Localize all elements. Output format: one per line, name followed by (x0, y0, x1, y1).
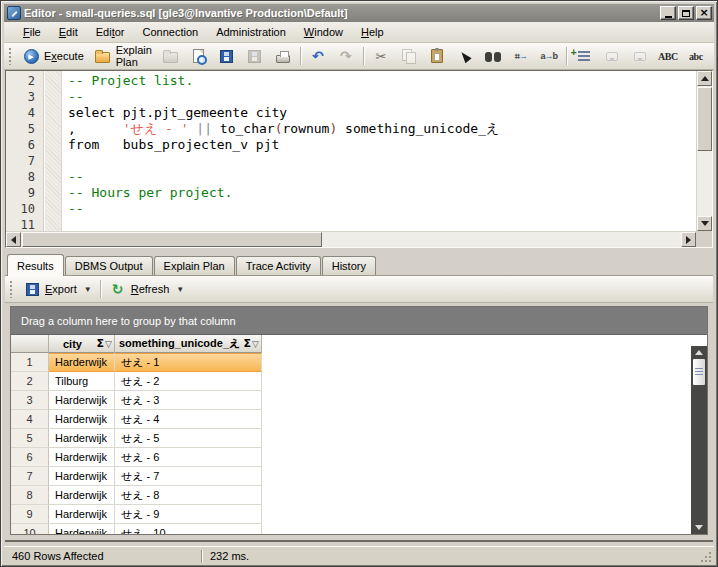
table-row[interactable]: 6 Harderwijk せえ - 6 (11, 448, 691, 467)
city-cell[interactable]: Harderwijk (49, 410, 115, 429)
menu-administration[interactable]: Administration (207, 23, 295, 41)
save-button[interactable] (213, 45, 241, 67)
tab-dbms-output[interactable]: DBMS Output (65, 256, 153, 275)
scroll-thumb[interactable] (22, 232, 322, 247)
initcap-button[interactable]: abc (710, 45, 718, 67)
city-cell[interactable]: Harderwijk (49, 505, 115, 524)
copy-button[interactable] (395, 45, 423, 67)
new-query-button[interactable] (185, 45, 213, 67)
sum-icon[interactable]: Σ (97, 337, 105, 350)
value-cell[interactable]: せえ - 1 (115, 353, 262, 372)
uppercase-button[interactable]: ABC (654, 45, 682, 67)
minimize-button[interactable] (660, 6, 676, 20)
explain-plan-button[interactable]: Explain Plan (89, 45, 157, 67)
value-cell[interactable]: せえ - 10 (115, 524, 262, 534)
table-row[interactable]: 4 Harderwijk せえ - 4 (11, 410, 691, 429)
filter-icon[interactable]: ▽ (252, 339, 259, 349)
city-cell[interactable]: Harderwijk (49, 429, 115, 448)
row-number-cell[interactable]: 9 (11, 505, 49, 524)
table-row[interactable]: 1 Harderwijk せえ - 1 (11, 353, 691, 372)
row-number-cell[interactable]: 3 (11, 391, 49, 410)
value-cell[interactable]: せえ - 7 (115, 467, 262, 486)
row-number-cell[interactable]: 10 (11, 524, 49, 534)
group-by-bar[interactable]: Drag a column here to group by that colu… (11, 307, 707, 335)
value-cell[interactable]: せえ - 9 (115, 505, 262, 524)
tab-trace-activity[interactable]: Trace Activity (236, 256, 321, 275)
cut-button[interactable]: ✂ (367, 45, 395, 67)
city-cell[interactable]: Harderwijk (49, 524, 115, 534)
menu-window[interactable]: Window (295, 23, 352, 41)
row-number-cell[interactable]: 4 (11, 410, 49, 429)
comment-button[interactable] (598, 45, 626, 67)
replace-button[interactable]: a→b (535, 45, 563, 67)
code-area[interactable]: -- Project list. -- select pjt.pjt_gemee… (62, 71, 696, 231)
table-row[interactable]: 9 Harderwijk せえ - 9 (11, 505, 691, 524)
menu-file[interactable]: File (14, 23, 50, 41)
table-row[interactable]: 2 Tilburg せえ - 2 (11, 372, 691, 391)
tab-history[interactable]: History (322, 256, 376, 275)
grid-vertical-scrollbar[interactable] (691, 335, 707, 534)
row-number-cell[interactable]: 6 (11, 448, 49, 467)
city-cell[interactable]: Harderwijk (49, 353, 115, 372)
find-next-button[interactable]: ⌗→ (507, 45, 535, 67)
scroll-up-button[interactable] (697, 71, 712, 86)
maximize-button[interactable] (678, 6, 694, 20)
row-number-cell[interactable]: 8 (11, 486, 49, 505)
sum-icon[interactable]: Σ (244, 337, 252, 350)
scroll-up-button[interactable] (691, 346, 707, 359)
value-cell[interactable]: せえ - 8 (115, 486, 262, 505)
find-button[interactable] (479, 45, 507, 67)
menu-edit[interactable]: Edit (50, 23, 87, 41)
execute-button[interactable]: ▶ Execute (17, 45, 89, 67)
value-cell[interactable]: せえ - 5 (115, 429, 262, 448)
scroll-thumb[interactable] (693, 359, 705, 385)
value-cell[interactable]: せえ - 3 (115, 391, 262, 410)
uncomment-button[interactable] (626, 45, 654, 67)
value-cell[interactable]: せえ - 4 (115, 410, 262, 429)
table-row[interactable]: 7 Harderwijk せえ - 7 (11, 467, 691, 486)
editor-vertical-scrollbar[interactable] (696, 71, 712, 231)
scroll-down-button[interactable] (697, 216, 712, 231)
undo-button[interactable]: ↶ (304, 45, 332, 67)
select-button[interactable] (451, 45, 479, 67)
scroll-thumb[interactable] (697, 87, 712, 151)
city-cell[interactable]: Tilburg (49, 372, 115, 391)
value-cell[interactable]: せえ - 6 (115, 448, 262, 467)
filter-icon[interactable]: ▽ (105, 339, 112, 349)
lowercase-button[interactable]: abc (682, 45, 710, 67)
row-number-cell[interactable]: 1 (11, 353, 49, 372)
menu-connection[interactable]: Connection (133, 23, 207, 41)
scroll-right-button[interactable] (681, 232, 696, 247)
city-cell[interactable]: Harderwijk (49, 391, 115, 410)
table-row[interactable]: 3 Harderwijk せえ - 3 (11, 391, 691, 410)
scroll-down-button[interactable] (691, 521, 707, 534)
toolbar-grip[interactable] (8, 47, 13, 65)
toolbar-grip[interactable] (9, 280, 14, 298)
tab-explain-plan[interactable]: Explain Plan (154, 256, 235, 275)
menu-editor[interactable]: Editor (87, 23, 134, 41)
redo-button[interactable]: ↷ (332, 45, 360, 67)
row-number-cell[interactable]: 5 (11, 429, 49, 448)
menu-help[interactable]: Help (352, 23, 393, 41)
open-button[interactable] (157, 45, 185, 67)
city-cell[interactable]: Harderwijk (49, 486, 115, 505)
column-header-something-unicode[interactable]: something_unicode_え Σ▽ (115, 335, 262, 353)
export-button[interactable]: Export ▼ (18, 278, 97, 300)
close-button[interactable]: × (696, 6, 712, 20)
city-cell[interactable]: Harderwijk (49, 467, 115, 486)
editor-horizontal-scrollbar[interactable] (6, 231, 696, 247)
print-button[interactable] (269, 45, 297, 67)
column-header-city[interactable]: city Σ▽ (49, 335, 115, 353)
row-number-cell[interactable]: 2 (11, 372, 49, 391)
resize-grip-icon[interactable] (698, 549, 712, 563)
tab-results[interactable]: Results (7, 254, 64, 276)
paste-button[interactable] (423, 45, 451, 67)
add-watch-button[interactable] (570, 45, 598, 67)
table-row[interactable]: 5 Harderwijk せえ - 5 (11, 429, 691, 448)
scroll-left-button[interactable] (6, 232, 21, 247)
save-as-button[interactable] (241, 45, 269, 67)
refresh-button[interactable]: ↻ Refresh ▼ (104, 278, 189, 300)
row-number-cell[interactable]: 7 (11, 467, 49, 486)
city-cell[interactable]: Harderwijk (49, 448, 115, 467)
table-row[interactable]: 8 Harderwijk せえ - 8 (11, 486, 691, 505)
